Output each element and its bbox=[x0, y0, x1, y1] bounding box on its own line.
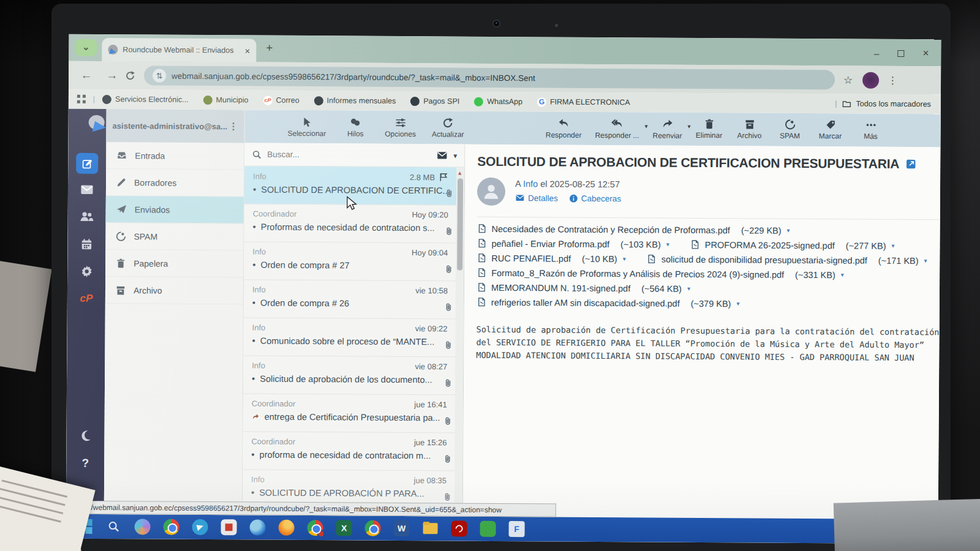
threads-button[interactable]: Hilos bbox=[342, 116, 369, 138]
settings-nav-button[interactable] bbox=[67, 264, 105, 279]
message-row[interactable]: Coordinadorjue 16:41 entrega de Certific… bbox=[243, 394, 463, 433]
help-button[interactable]: ? bbox=[66, 457, 104, 470]
bookmark-servicios[interactable]: Servicios Electrónic... bbox=[102, 94, 189, 104]
list-options-chevron-icon[interactable]: ▾ bbox=[453, 151, 457, 160]
delete-button[interactable]: Eliminar bbox=[695, 118, 722, 140]
reply-all-button[interactable]: Responder ...▾ bbox=[595, 118, 639, 140]
attachment-link[interactable]: refrigerios taller AM sin discapacidad-s… bbox=[477, 297, 740, 309]
attachment-link[interactable]: MEMORANDUM N. 191-signed.pdf (~564 KB)▾ bbox=[477, 282, 690, 294]
dark-mode-button[interactable] bbox=[66, 429, 104, 442]
attachment-link[interactable]: solicitud de disponibilidad presupuestar… bbox=[647, 253, 927, 266]
bookmark-informes[interactable]: Informes mensuales bbox=[314, 96, 396, 106]
attachment-link[interactable]: PROFORMA 26-2025-signed.pdf (~277 KB)▾ bbox=[690, 239, 895, 251]
more-button[interactable]: Más bbox=[857, 119, 884, 141]
message-row[interactable]: Coordinadorjue 15:26 •proforma de necesi… bbox=[243, 432, 462, 471]
refresh-button[interactable]: Actualizar bbox=[432, 117, 464, 138]
chevron-down-icon[interactable]: ▾ bbox=[892, 242, 895, 249]
bookmark-firma[interactable]: GFIRMA ELECTRONICA bbox=[537, 97, 630, 107]
reply-button[interactable]: Responder bbox=[546, 117, 582, 139]
compose-button[interactable] bbox=[68, 153, 106, 174]
options-button[interactable]: Opciones bbox=[385, 116, 416, 138]
taskbar-edge[interactable] bbox=[250, 519, 266, 535]
chevron-down-icon[interactable]: ▾ bbox=[841, 271, 844, 278]
site-info-icon[interactable]: ⇅ bbox=[153, 69, 166, 82]
calendar-nav-button[interactable] bbox=[67, 238, 105, 251]
list-mode-envelope-icon[interactable] bbox=[436, 149, 448, 161]
taskbar-copilot[interactable] bbox=[135, 519, 151, 534]
flag-icon[interactable] bbox=[439, 172, 448, 182]
recipient-link[interactable]: Info bbox=[523, 179, 538, 189]
scroll-up-icon[interactable]: ▲ bbox=[457, 170, 462, 176]
contacts-nav-button[interactable] bbox=[68, 209, 106, 224]
sidebar-item-borradores[interactable]: Borradores bbox=[106, 169, 244, 197]
taskbar-telegram[interactable] bbox=[192, 519, 208, 535]
taskbar-app-red[interactable] bbox=[221, 519, 237, 535]
apps-grid-icon[interactable] bbox=[77, 95, 86, 103]
chevron-down-icon[interactable]: ▾ bbox=[688, 123, 691, 130]
chevron-down-icon[interactable]: ▾ bbox=[736, 300, 739, 307]
browser-tab[interactable]: Roundcube Webmail :: Enviados × bbox=[102, 38, 256, 62]
taskbar-word[interactable]: W bbox=[394, 520, 410, 536]
browser-menu-icon[interactable]: ⋮ bbox=[888, 74, 897, 86]
taskbar-firefox[interactable] bbox=[279, 520, 295, 536]
message-row[interactable]: Infovie 09:22 •Comunicado sobre el proce… bbox=[243, 318, 463, 357]
browser-profile-avatar[interactable] bbox=[862, 72, 879, 88]
headers-toggle[interactable]: Cabeceras bbox=[569, 193, 621, 203]
sidebar-item-papelera[interactable]: Papelera bbox=[105, 250, 243, 277]
details-toggle[interactable]: Detalles bbox=[515, 193, 558, 203]
tab-search-button[interactable]: ⌄ bbox=[75, 39, 97, 56]
cpanel-button[interactable]: cP bbox=[67, 293, 105, 305]
taskbar-excel[interactable]: X bbox=[336, 520, 352, 536]
account-menu-icon[interactable]: ⋮ bbox=[229, 121, 238, 132]
open-in-new-window-icon[interactable] bbox=[905, 159, 916, 170]
spam-button[interactable]: SPAM bbox=[776, 119, 803, 140]
attachment-link[interactable]: peñafiel - Enviar Proforma.pdf (~103 KB)… bbox=[477, 238, 669, 250]
attachment-link[interactable]: Necesidades de Contratación y Recepción … bbox=[477, 223, 790, 236]
mark-button[interactable]: Marcar bbox=[816, 119, 843, 140]
bookmark-municipio[interactable]: Municipio bbox=[203, 95, 249, 104]
chevron-down-icon[interactable]: ▾ bbox=[787, 227, 790, 234]
sidebar-item-archivo[interactable]: Archivo bbox=[105, 277, 243, 304]
attachment-link[interactable]: Formato_8_Razón de Proformas y Análisis … bbox=[477, 268, 844, 280]
account-header[interactable]: asistente-administrativo@sa... ⋮ bbox=[106, 109, 244, 143]
forward-button[interactable]: → bbox=[104, 69, 120, 82]
chevron-down-icon[interactable]: ▾ bbox=[924, 257, 927, 264]
sidebar-item-entrada[interactable]: Entrada bbox=[106, 142, 244, 170]
bookmark-correo[interactable]: cPCorreo bbox=[263, 96, 299, 105]
chevron-down-icon[interactable]: ▾ bbox=[687, 285, 690, 292]
bookmark-pagos-spi[interactable]: Pagos SPI bbox=[410, 97, 459, 106]
back-button[interactable]: ← bbox=[78, 69, 94, 82]
minimize-button[interactable]: – bbox=[874, 48, 879, 58]
maximize-button[interactable] bbox=[897, 50, 904, 56]
taskbar-search[interactable] bbox=[106, 519, 122, 534]
all-bookmarks-button[interactable]: | Todos los marcadores bbox=[835, 99, 931, 109]
scrollbar-thumb[interactable] bbox=[457, 179, 463, 271]
reload-button[interactable] bbox=[125, 70, 135, 81]
close-button[interactable]: × bbox=[922, 47, 929, 59]
mail-nav-button[interactable] bbox=[68, 182, 106, 197]
taskbar-chrome-badge[interactable] bbox=[307, 520, 323, 536]
taskbar-chrome-2[interactable] bbox=[365, 520, 381, 536]
forward-button[interactable]: Reenviar▾ bbox=[652, 118, 682, 140]
tab-close-icon[interactable]: × bbox=[245, 45, 251, 56]
taskbar-acrobat[interactable] bbox=[451, 520, 467, 536]
search-input[interactable] bbox=[267, 150, 431, 160]
chevron-down-icon[interactable]: ▾ bbox=[666, 241, 669, 248]
attachment-link[interactable]: RUC PENAFIEL.pdf (~10 KB)▾ bbox=[477, 253, 626, 264]
message-row[interactable]: Infovie 10:58 •Orden de compra # 26 bbox=[244, 280, 464, 319]
bookmark-star-icon[interactable]: ☆ bbox=[843, 73, 853, 86]
search-icon[interactable] bbox=[252, 149, 262, 159]
taskbar-chrome[interactable] bbox=[164, 519, 179, 535]
sidebar-item-spam[interactable]: SPAM bbox=[105, 223, 243, 250]
sidebar-item-enviados[interactable]: Enviados bbox=[106, 196, 244, 223]
message-row[interactable]: InfoHoy 09:04 •Orden de compra # 27 bbox=[244, 242, 464, 281]
taskbar-app-green[interactable] bbox=[480, 521, 496, 537]
address-bar[interactable]: ⇅ webmail.sanjuan.gob.ec/cpsess959865621… bbox=[144, 66, 835, 89]
new-tab-button[interactable]: + bbox=[266, 42, 273, 55]
bookmark-whatsapp[interactable]: WhatsApp bbox=[474, 97, 522, 106]
taskbar-facebook[interactable]: F bbox=[509, 521, 525, 537]
message-row[interactable]: Infovie 08:27 •Solicitud de aprobación d… bbox=[243, 356, 463, 395]
chevron-down-icon[interactable]: ▾ bbox=[623, 255, 626, 262]
select-button[interactable]: Seleccionar bbox=[288, 116, 326, 137]
chevron-down-icon[interactable]: ▾ bbox=[645, 122, 648, 129]
